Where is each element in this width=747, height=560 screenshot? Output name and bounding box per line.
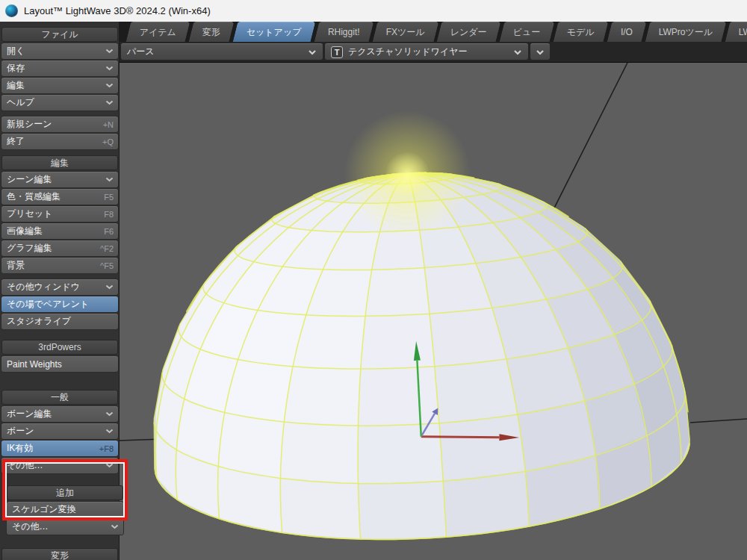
tab-label: アイテム <box>140 26 176 39</box>
shortcut-label: ^F2 <box>100 244 114 253</box>
chevron-down-icon <box>105 411 114 417</box>
sidebar-item[interactable]: ヘルプ <box>1 95 118 111</box>
section-divider <box>1 275 118 278</box>
chevron-down-icon <box>513 49 522 55</box>
chevron-down-icon <box>105 177 114 182</box>
texture-mode-icon: T <box>331 46 343 58</box>
sidebar-item[interactable]: シーン編集 <box>1 172 118 187</box>
sidebar-item[interactable]: グラフ編集^F2 <box>1 240 118 256</box>
tab-FXツール[interactable]: FXツール <box>372 22 438 42</box>
section-header: 3rdPowers <box>1 340 118 355</box>
tab-変形[interactable]: 変形 <box>189 22 235 42</box>
main-tab-bar: アイテム変形セットアップRHiggit!FXツールレンダービューモデルI/OLW… <box>120 22 747 42</box>
chevron-down-icon <box>536 49 545 55</box>
sidebar-item[interactable]: ボーン <box>1 423 118 439</box>
sidebar-item[interactable]: 新規シーン+N <box>1 116 118 132</box>
sidebar-section-deform: 変形 <box>1 548 118 560</box>
sidebar-item[interactable]: ボーン編集 <box>1 406 118 422</box>
shortcut-label: +Q <box>102 137 114 146</box>
sidebar-item[interactable]: 編集 <box>1 78 118 93</box>
shortcut-label: F8 <box>104 210 114 219</box>
tab-label: レンダー <box>450 26 487 39</box>
sidebar-item[interactable]: 保存 <box>1 60 118 76</box>
sidebar-section-thirdpowers: 3rdPowersPaint Weights <box>1 340 118 373</box>
tab-label: LWProツール <box>659 26 713 39</box>
render-mode-dropdown[interactable]: T テクスチャソリッドワイヤー <box>325 43 528 60</box>
render-mode-label: テクスチャソリッドワイヤー <box>348 46 513 58</box>
shortcut-label: +F8 <box>99 444 114 453</box>
chevron-down-icon <box>105 463 114 468</box>
view-mode-dropdown[interactable]: パース <box>121 43 323 60</box>
chevron-down-icon <box>105 100 114 105</box>
tab-セットアップ[interactable]: セットアップ <box>233 22 315 42</box>
sidebar-item[interactable]: 画像編集F6 <box>1 223 118 239</box>
chevron-down-icon <box>105 49 114 54</box>
sidebar-item[interactable]: 背景^F5 <box>1 258 118 273</box>
chevron-down-icon <box>308 49 317 55</box>
tab-RHiggit![interactable]: RHiggit! <box>314 22 373 42</box>
chevron-down-icon <box>105 66 114 71</box>
tab-label: 変形 <box>202 26 220 39</box>
sidebar-item[interactable]: Paint Weights <box>1 356 118 372</box>
app-window: Layout™ LightWave 3D® 2024.2 (Win-x64) ア… <box>0 0 747 560</box>
sidebar-item[interactable]: 終了+Q <box>1 134 118 149</box>
dome-object[interactable] <box>137 97 694 553</box>
tab-label: LWProプリセット <box>739 26 747 39</box>
tab-LWProプリセット[interactable]: LWProプリセット <box>725 22 747 42</box>
shortcut-label: F6 <box>104 227 114 236</box>
tab-LWProツール[interactable]: LWProツール <box>645 22 726 42</box>
sidebar-item[interactable]: その他… <box>1 458 118 473</box>
viewport-toolbar: パース T テクスチャソリッドワイヤー <box>120 42 747 63</box>
sidebar-section-general: 一般ボーン編集ボーンIK有効+F8その他… <box>1 390 118 475</box>
tab-ビュー[interactable]: ビュー <box>500 22 554 42</box>
chevron-down-icon <box>105 429 114 434</box>
tab-label: セットアップ <box>247 26 302 39</box>
tab-label: モデル <box>567 26 595 39</box>
section-header: 変形 <box>1 548 118 560</box>
view-mode-label: パース <box>127 46 155 58</box>
sidebar-item[interactable]: 色・質感編集F5 <box>1 189 118 205</box>
chevron-down-icon <box>105 284 114 290</box>
shortcut-label: +N <box>103 120 114 129</box>
sidebar-item[interactable]: スタジオライブ <box>1 314 118 329</box>
section-divider <box>1 112 118 115</box>
sidebar-item[interactable]: IK有効+F8 <box>1 441 118 456</box>
sidebar-item[interactable]: スケルゴン変換 <box>7 502 123 517</box>
section-header: 一般 <box>1 390 118 405</box>
tab-I/O[interactable]: I/O <box>607 22 646 42</box>
sidebar-item[interactable]: 開く <box>1 43 118 59</box>
shortcut-label: ^F5 <box>100 261 114 270</box>
section-header: ファイル <box>1 27 118 42</box>
lightwave-logo-icon <box>5 4 18 17</box>
sidebar-item[interactable]: その場でペアレント <box>1 296 118 312</box>
sidebar-section-add: 追加スケルゴン変換その他… <box>7 485 123 536</box>
tab-label: ビュー <box>513 26 541 39</box>
section-header: 編集 <box>1 155 118 170</box>
tab-アイテム[interactable]: アイテム <box>126 22 190 42</box>
section-header: 追加 <box>7 485 123 500</box>
sidebar-item[interactable]: その他ウィンドウ <box>1 279 118 295</box>
command-sidebar: ファイル開く保存編集ヘルプ新規シーン+N終了+Q編集シーン編集色・質感編集F5プ… <box>0 22 120 560</box>
tab-label: RHiggit! <box>328 27 360 37</box>
title-bar: Layout™ LightWave 3D® 2024.2 (Win-x64) <box>0 0 747 22</box>
sidebar-section-edit: 編集シーン編集色・質感編集F5プリセットF8画像編集F6グラフ編集^F2背景^F… <box>1 155 118 331</box>
sidebar-item[interactable]: その他… <box>7 519 123 535</box>
shortcut-label: F5 <box>104 193 114 202</box>
window-title: Layout™ LightWave 3D® 2024.2 (Win-x64) <box>24 5 211 16</box>
tab-label: FXツール <box>385 26 424 39</box>
tab-label: I/O <box>621 27 633 37</box>
chevron-down-icon <box>105 83 114 88</box>
sidebar-section-file: ファイル開く保存編集ヘルプ新規シーン+N終了+Q <box>1 27 118 151</box>
tab-レンダー[interactable]: レンダー <box>437 22 501 42</box>
viewport-3d[interactable] <box>120 63 747 560</box>
sidebar-item[interactable]: プリセットF8 <box>1 206 118 222</box>
viewport-options-button[interactable] <box>530 43 550 60</box>
chevron-down-icon <box>111 524 119 529</box>
tab-モデル[interactable]: モデル <box>553 22 608 42</box>
